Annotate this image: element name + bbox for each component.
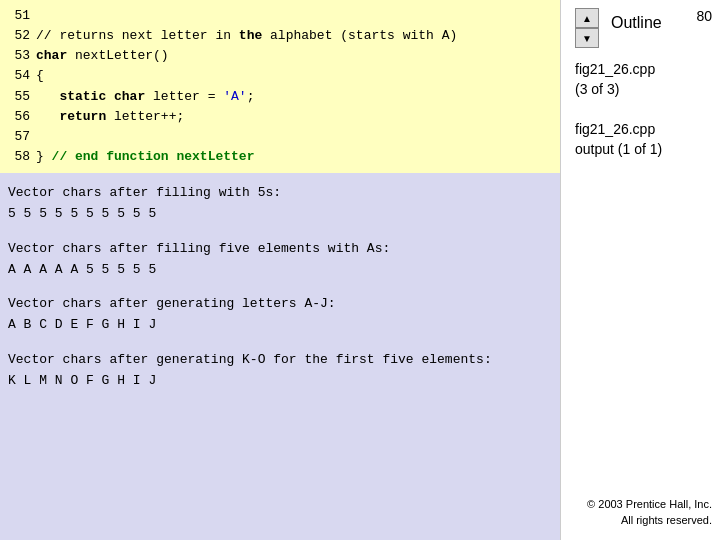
code-line-51: 51 (8, 6, 552, 26)
line-num-58: 58 (8, 147, 36, 167)
output-line-1: Vector chars after filling with 5s: (8, 183, 552, 204)
outline-label: Outline (611, 14, 662, 32)
output-blank-2 (8, 280, 552, 294)
file-info-2-line2: output (1 of 1) (575, 140, 662, 160)
down-arrow-button[interactable]: ▼ (575, 28, 599, 48)
code-line-53: 53 char nextLetter() (8, 46, 552, 66)
up-arrow-button[interactable]: ▲ (575, 8, 599, 28)
copyright-line2: All rights reserved. (587, 513, 712, 528)
code-line-54: 54 { (8, 66, 552, 86)
left-panel: 51 52 // returns next letter in the alph… (0, 0, 560, 540)
output-line-7: Vector chars after generating K-O for th… (8, 350, 552, 371)
page-number: 80 (696, 8, 712, 24)
line-num-57: 57 (8, 127, 36, 147)
line-num-52: 52 (8, 26, 36, 46)
main-container: 51 52 // returns next letter in the alph… (0, 0, 720, 540)
file-info-1: fig21_26.cpp (3 of 3) (575, 60, 655, 99)
code-line-55: 55 static char letter = 'A'; (8, 87, 552, 107)
code-text-52: // returns next letter in the alphabet (… (36, 26, 457, 46)
line-num-51: 51 (8, 6, 36, 26)
output-line-3: Vector chars after filling five elements… (8, 239, 552, 260)
line-num-56: 56 (8, 107, 36, 127)
file-info-2-line1: fig21_26.cpp (575, 120, 662, 140)
output-section: Vector chars after filling with 5s: 5 5 … (0, 173, 560, 540)
code-line-57: 57 (8, 127, 552, 147)
code-text-54: { (36, 66, 44, 86)
nav-arrows: ▲ ▼ (575, 8, 599, 48)
output-line-4: A A A A A 5 5 5 5 5 (8, 260, 552, 281)
copyright: © 2003 Prentice Hall, Inc. All rights re… (587, 497, 712, 528)
code-text-56: return letter++; (36, 107, 184, 127)
output-blank-3 (8, 336, 552, 350)
code-line-56: 56 return letter++; (8, 107, 552, 127)
code-section: 51 52 // returns next letter in the alph… (0, 0, 560, 173)
code-line-58: 58 } // end function nextLetter (8, 147, 552, 167)
output-line-6: A B C D E F G H I J (8, 315, 552, 336)
line-num-53: 53 (8, 46, 36, 66)
file-info-2: fig21_26.cpp output (1 of 1) (575, 120, 662, 159)
code-text-55: static char letter = 'A'; (36, 87, 254, 107)
line-num-55: 55 (8, 87, 36, 107)
output-blank-1 (8, 225, 552, 239)
code-text-58: } // end function nextLetter (36, 147, 254, 167)
code-line-52: 52 // returns next letter in the alphabe… (8, 26, 552, 46)
line-num-54: 54 (8, 66, 36, 86)
output-line-2: 5 5 5 5 5 5 5 5 5 5 (8, 204, 552, 225)
right-panel: 80 ▲ ▼ Outline fig21_26.cpp (3 of 3) fig… (560, 0, 720, 540)
file-info-1-line1: fig21_26.cpp (575, 60, 655, 80)
copyright-line1: © 2003 Prentice Hall, Inc. (587, 497, 712, 512)
output-line-8: K L M N O F G H I J (8, 371, 552, 392)
code-text-53: char nextLetter() (36, 46, 169, 66)
output-line-5: Vector chars after generating letters A-… (8, 294, 552, 315)
file-info-1-line2: (3 of 3) (575, 80, 655, 100)
